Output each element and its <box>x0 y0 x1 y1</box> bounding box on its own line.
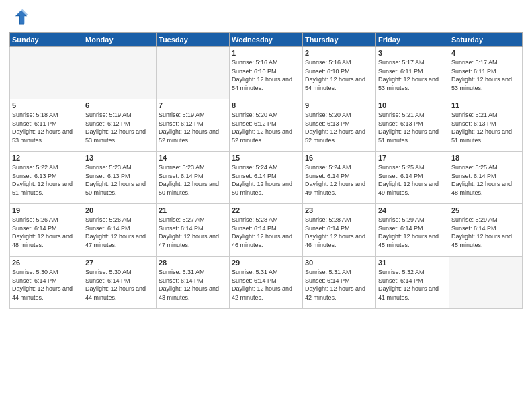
day-number: 16 <box>305 154 373 162</box>
day-number: 2 <box>305 49 373 57</box>
day-number: 30 <box>305 259 373 267</box>
day-info: Sunrise: 5:17 AMSunset: 6:11 PMDaylight:… <box>451 58 520 92</box>
calendar-cell: 9Sunrise: 5:20 AMSunset: 6:13 PMDaylight… <box>303 99 376 152</box>
calendar-cell <box>157 47 230 99</box>
day-number: 21 <box>159 206 227 214</box>
calendar-cell: 12Sunrise: 5:22 AMSunset: 6:13 PMDayligh… <box>10 152 83 204</box>
calendar-week-row: 1Sunrise: 5:16 AMSunset: 6:10 PMDaylight… <box>10 47 523 99</box>
logo <box>9 8 31 27</box>
day-number: 18 <box>451 154 520 162</box>
day-number: 11 <box>451 101 520 109</box>
calendar-cell: 29Sunrise: 5:31 AMSunset: 6:14 PMDayligh… <box>230 257 303 309</box>
day-number: 15 <box>232 154 300 162</box>
calendar-week-row: 12Sunrise: 5:22 AMSunset: 6:13 PMDayligh… <box>10 152 523 204</box>
calendar-cell: 4Sunrise: 5:17 AMSunset: 6:11 PMDaylight… <box>449 47 523 99</box>
day-number: 4 <box>451 49 520 57</box>
calendar-cell: 2Sunrise: 5:16 AMSunset: 6:10 PMDaylight… <box>303 47 376 99</box>
calendar-table: SundayMondayTuesdayWednesdayThursdayFrid… <box>9 32 523 309</box>
day-info: Sunrise: 5:31 AMSunset: 6:14 PMDaylight:… <box>232 268 300 302</box>
calendar-cell: 1Sunrise: 5:16 AMSunset: 6:10 PMDaylight… <box>230 47 303 99</box>
weekday-header-row: SundayMondayTuesdayWednesdayThursdayFrid… <box>10 33 523 47</box>
day-number: 31 <box>378 259 447 267</box>
day-info: Sunrise: 5:29 AMSunset: 6:14 PMDaylight:… <box>378 216 447 249</box>
weekday-header: Saturday <box>449 33 523 47</box>
day-info: Sunrise: 5:22 AMSunset: 6:13 PMDaylight:… <box>12 163 81 197</box>
weekday-header: Sunday <box>10 33 83 47</box>
day-info: Sunrise: 5:29 AMSunset: 6:14 PMDaylight:… <box>451 216 520 249</box>
calendar-cell: 30Sunrise: 5:31 AMSunset: 6:14 PMDayligh… <box>303 257 376 309</box>
calendar-cell: 7Sunrise: 5:19 AMSunset: 6:12 PMDaylight… <box>157 99 230 152</box>
calendar-cell: 22Sunrise: 5:28 AMSunset: 6:14 PMDayligh… <box>230 204 303 257</box>
day-number: 9 <box>305 101 373 109</box>
calendar-week-row: 5Sunrise: 5:18 AMSunset: 6:11 PMDaylight… <box>10 99 523 152</box>
day-info: Sunrise: 5:31 AMSunset: 6:14 PMDaylight:… <box>159 268 227 302</box>
weekday-header: Wednesday <box>230 33 303 47</box>
calendar-cell: 28Sunrise: 5:31 AMSunset: 6:14 PMDayligh… <box>157 257 230 309</box>
weekday-header: Friday <box>376 33 449 47</box>
page-container: SundayMondayTuesdayWednesdayThursdayFrid… <box>0 0 532 411</box>
day-number: 20 <box>85 206 154 214</box>
calendar-cell: 13Sunrise: 5:23 AMSunset: 6:13 PMDayligh… <box>83 152 157 204</box>
calendar-cell: 25Sunrise: 5:29 AMSunset: 6:14 PMDayligh… <box>449 204 523 257</box>
day-info: Sunrise: 5:21 AMSunset: 6:13 PMDaylight:… <box>451 111 520 144</box>
day-info: Sunrise: 5:24 AMSunset: 6:14 PMDaylight:… <box>232 163 300 197</box>
calendar-cell: 24Sunrise: 5:29 AMSunset: 6:14 PMDayligh… <box>376 204 449 257</box>
day-info: Sunrise: 5:26 AMSunset: 6:14 PMDaylight:… <box>85 216 154 249</box>
weekday-header: Tuesday <box>157 33 230 47</box>
calendar-cell: 11Sunrise: 5:21 AMSunset: 6:13 PMDayligh… <box>449 99 523 152</box>
day-info: Sunrise: 5:16 AMSunset: 6:10 PMDaylight:… <box>305 58 373 92</box>
day-number: 14 <box>159 154 227 162</box>
day-info: Sunrise: 5:16 AMSunset: 6:10 PMDaylight:… <box>232 58 300 92</box>
calendar-cell: 5Sunrise: 5:18 AMSunset: 6:11 PMDaylight… <box>10 99 83 152</box>
day-number: 12 <box>12 154 81 162</box>
day-number: 26 <box>12 259 81 267</box>
day-number: 6 <box>85 101 154 109</box>
calendar-week-row: 19Sunrise: 5:26 AMSunset: 6:14 PMDayligh… <box>10 204 523 257</box>
day-number: 13 <box>85 154 154 162</box>
calendar-cell: 6Sunrise: 5:19 AMSunset: 6:12 PMDaylight… <box>83 99 157 152</box>
calendar-cell: 23Sunrise: 5:28 AMSunset: 6:14 PMDayligh… <box>303 204 376 257</box>
day-number: 8 <box>232 101 300 109</box>
calendar-cell <box>83 47 157 99</box>
day-info: Sunrise: 5:21 AMSunset: 6:13 PMDaylight:… <box>378 111 447 144</box>
day-info: Sunrise: 5:32 AMSunset: 6:14 PMDaylight:… <box>378 268 447 302</box>
calendar-cell: 8Sunrise: 5:20 AMSunset: 6:12 PMDaylight… <box>230 99 303 152</box>
calendar-cell: 20Sunrise: 5:26 AMSunset: 6:14 PMDayligh… <box>83 204 157 257</box>
day-info: Sunrise: 5:28 AMSunset: 6:14 PMDaylight:… <box>305 216 373 249</box>
day-info: Sunrise: 5:20 AMSunset: 6:13 PMDaylight:… <box>305 111 373 144</box>
calendar-cell: 14Sunrise: 5:23 AMSunset: 6:14 PMDayligh… <box>157 152 230 204</box>
calendar-cell: 21Sunrise: 5:27 AMSunset: 6:14 PMDayligh… <box>157 204 230 257</box>
day-number: 17 <box>378 154 447 162</box>
day-info: Sunrise: 5:25 AMSunset: 6:14 PMDaylight:… <box>451 163 520 197</box>
day-info: Sunrise: 5:27 AMSunset: 6:14 PMDaylight:… <box>159 216 227 249</box>
day-number: 22 <box>232 206 300 214</box>
calendar-cell: 31Sunrise: 5:32 AMSunset: 6:14 PMDayligh… <box>376 257 449 309</box>
calendar-cell: 17Sunrise: 5:25 AMSunset: 6:14 PMDayligh… <box>376 152 449 204</box>
day-number: 5 <box>12 101 81 109</box>
day-number: 3 <box>378 49 447 57</box>
day-info: Sunrise: 5:28 AMSunset: 6:14 PMDaylight:… <box>232 216 300 249</box>
day-number: 23 <box>305 206 373 214</box>
logo-icon <box>9 8 28 27</box>
day-info: Sunrise: 5:19 AMSunset: 6:12 PMDaylight:… <box>85 111 154 144</box>
day-number: 25 <box>451 206 520 214</box>
day-number: 27 <box>85 259 154 267</box>
day-info: Sunrise: 5:20 AMSunset: 6:12 PMDaylight:… <box>232 111 300 144</box>
day-number: 1 <box>232 49 300 57</box>
page-header <box>9 8 523 27</box>
day-info: Sunrise: 5:25 AMSunset: 6:14 PMDaylight:… <box>378 163 447 197</box>
day-info: Sunrise: 5:24 AMSunset: 6:14 PMDaylight:… <box>305 163 373 197</box>
calendar-cell: 3Sunrise: 5:17 AMSunset: 6:11 PMDaylight… <box>376 47 449 99</box>
calendar-cell: 27Sunrise: 5:30 AMSunset: 6:14 PMDayligh… <box>83 257 157 309</box>
calendar-cell: 16Sunrise: 5:24 AMSunset: 6:14 PMDayligh… <box>303 152 376 204</box>
calendar-cell: 18Sunrise: 5:25 AMSunset: 6:14 PMDayligh… <box>449 152 523 204</box>
weekday-header: Thursday <box>303 33 376 47</box>
calendar-cell: 15Sunrise: 5:24 AMSunset: 6:14 PMDayligh… <box>230 152 303 204</box>
day-info: Sunrise: 5:31 AMSunset: 6:14 PMDaylight:… <box>305 268 373 302</box>
calendar-cell <box>10 47 83 99</box>
calendar-week-row: 26Sunrise: 5:30 AMSunset: 6:14 PMDayligh… <box>10 257 523 309</box>
day-number: 24 <box>378 206 447 214</box>
day-number: 28 <box>159 259 227 267</box>
calendar-cell <box>449 257 523 309</box>
day-info: Sunrise: 5:23 AMSunset: 6:14 PMDaylight:… <box>159 163 227 197</box>
